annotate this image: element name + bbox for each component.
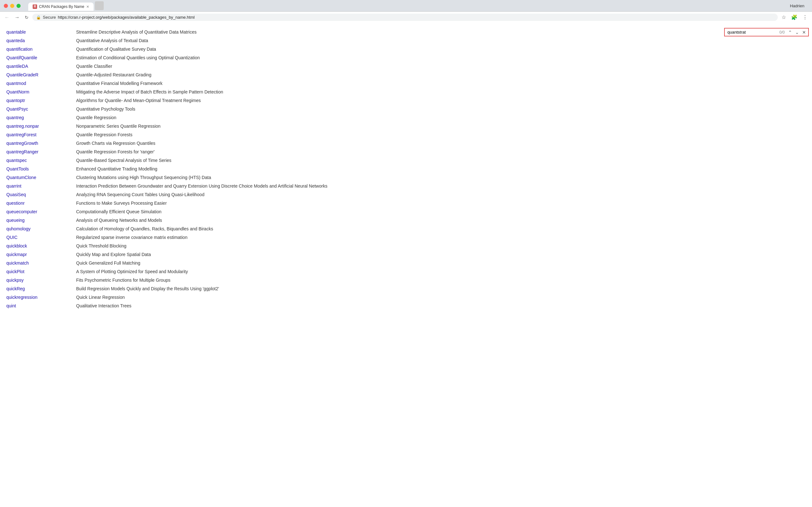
table-row: quantification Quantification of Qualita… [6, 45, 806, 54]
table-row: QuantTools Enhanced Quantitative Trading… [6, 165, 806, 173]
active-tab[interactable]: R CRAN Packages By Name ✕ [28, 3, 94, 11]
package-link[interactable]: QuasiSeq [6, 192, 26, 197]
package-desc: Qualitative Interaction Trees [76, 302, 806, 310]
back-button[interactable]: ← [3, 14, 11, 21]
table-row: quickmapr Quickly Map and Explore Spatia… [6, 250, 806, 259]
package-desc: Nonparametric Series Quantile Regression [76, 122, 806, 130]
package-desc: Quantile Regression Forests for 'ranger' [76, 148, 806, 156]
address-bar[interactable]: 🔒 Secure https://cran.r-project.org/web/… [32, 14, 778, 21]
package-link[interactable]: quantregRanger [6, 149, 38, 154]
package-desc: Streamline Descriptive Analysis of Quant… [76, 28, 806, 37]
package-link[interactable]: QUIC [6, 235, 17, 240]
package-link[interactable]: quantoptr [6, 98, 25, 103]
package-link[interactable]: quhomology [6, 226, 31, 231]
package-link[interactable]: quantregForest [6, 132, 37, 137]
package-link[interactable]: QuantileGradeR [6, 72, 38, 77]
table-row: questionr Functions to Make Surveys Proc… [6, 199, 806, 208]
package-link[interactable]: quickregression [6, 295, 38, 300]
minimize-button[interactable] [10, 4, 14, 8]
r-icon: R [33, 4, 37, 9]
package-desc: Growth Charts via Regression Quantiles [76, 139, 806, 148]
package-desc: Fits Psychometric Functions for Multiple… [76, 276, 806, 285]
package-desc: Quick Linear Regression [76, 293, 806, 302]
package-link[interactable]: QuantPsyc [6, 107, 28, 112]
package-link[interactable]: quanteda [6, 38, 25, 43]
bookmark-icon[interactable]: ☆ [780, 14, 787, 21]
package-link[interactable]: quantreg [6, 115, 24, 120]
package-link[interactable]: quickReg [6, 286, 25, 291]
refresh-button[interactable]: ↻ [23, 14, 30, 20]
package-link[interactable]: quantreg.nonpar [6, 124, 39, 129]
package-desc: Functions to Make Surveys Processing Eas… [76, 199, 806, 208]
package-link[interactable]: QuantifQuantile [6, 55, 37, 60]
package-link[interactable]: queuecomputer [6, 209, 37, 214]
tab-close-button[interactable]: ✕ [86, 5, 89, 9]
lock-icon: 🔒 [36, 15, 41, 20]
maximize-button[interactable] [16, 4, 20, 8]
packages-table: quantable Streamline Descriptive Analysi… [6, 28, 806, 310]
table-row: quarrint Interaction Prediction Between … [6, 182, 806, 190]
tab-title: CRAN Packages By Name [39, 4, 84, 9]
package-link[interactable]: QuantNorm [6, 89, 29, 95]
find-prev-button[interactable]: ⌃ [787, 30, 793, 35]
package-desc: Quantile-Adjusted Restaurant Grading [76, 71, 806, 79]
package-link[interactable]: quickmapr [6, 252, 27, 257]
package-desc: Interaction Prediction Between Groundwat… [76, 182, 806, 190]
package-link[interactable]: quantification [6, 47, 33, 52]
package-desc: Quick Threshold Blocking [76, 242, 806, 250]
package-link[interactable]: quantregGrowth [6, 141, 38, 146]
find-next-button[interactable]: ⌄ [794, 30, 800, 35]
package-link[interactable]: quarrint [6, 183, 21, 188]
package-desc: Quantitative Analysis of Textual Data [76, 37, 806, 45]
table-row: quhomology Calculation of Homology of Qu… [6, 225, 806, 233]
table-row: quickmatch Quick Generalized Full Matchi… [6, 259, 806, 268]
package-desc: Clustering Mutations using High Throughp… [76, 173, 806, 182]
table-row: quantable Streamline Descriptive Analysi… [6, 28, 806, 37]
forward-button[interactable]: → [13, 14, 21, 21]
table-row: quickregression Quick Linear Regression [6, 293, 806, 302]
package-link[interactable]: QuantTools [6, 166, 29, 171]
package-desc: Estimation of Conditional Quantiles usin… [76, 54, 806, 62]
tab-bar: R CRAN Packages By Name ✕ [24, 1, 107, 11]
address-bar-row: ← → ↻ 🔒 Secure https://cran.r-project.or… [0, 11, 812, 23]
package-link[interactable]: quickmatch [6, 261, 29, 266]
package-link[interactable]: quantileDA [6, 64, 28, 69]
table-row: quantreg Quantile Regression [6, 113, 806, 122]
package-link[interactable]: questionr [6, 201, 25, 206]
close-button[interactable] [4, 4, 8, 8]
browser-chrome: R CRAN Packages By Name ✕ Hadrien ← → ↻ … [0, 0, 812, 23]
package-link[interactable]: QuantumClone [6, 175, 36, 180]
find-input[interactable] [726, 29, 777, 35]
table-row: QuantifQuantile Estimation of Conditiona… [6, 54, 806, 62]
new-tab-button[interactable] [95, 1, 104, 10]
content-area: quantable Streamline Descriptive Analysi… [0, 23, 812, 315]
url-display: https://cran.r-project.org/web/packages/… [58, 15, 194, 20]
package-desc: Quantile-Based Spectral Analysis of Time… [76, 156, 806, 165]
package-link[interactable]: quickPlot [6, 269, 24, 274]
package-desc: Analyzing RNA Sequencing Count Tables Us… [76, 190, 806, 199]
find-box: 0/0 ⌃ ⌄ ✕ [724, 28, 809, 37]
package-desc: Quantile Regression [76, 113, 806, 122]
package-desc: Quantitative Financial Modelling Framewo… [76, 79, 806, 88]
package-link[interactable]: quantable [6, 30, 26, 35]
package-link[interactable]: quint [6, 303, 16, 308]
package-link[interactable]: quantspec [6, 158, 27, 163]
table-row: quantregRanger Quantile Regression Fores… [6, 148, 806, 156]
package-link[interactable]: quickblock [6, 243, 27, 248]
table-row: quickpsy Fits Psychometric Functions for… [6, 276, 806, 285]
package-link[interactable]: quickpsy [6, 278, 23, 283]
package-desc: Quantile Regression Forests [76, 130, 806, 139]
extension-icon[interactable]: 🧩 [790, 14, 799, 21]
package-link[interactable]: quantmod [6, 81, 26, 86]
menu-icon[interactable]: ⋮ [801, 14, 809, 21]
title-bar: R CRAN Packages By Name ✕ Hadrien [0, 0, 812, 11]
table-row: QuantumClone Clustering Mutations using … [6, 173, 806, 182]
find-close-button[interactable]: ✕ [801, 30, 807, 35]
package-link[interactable]: queueing [6, 218, 25, 223]
package-desc: Quickly Map and Explore Spatial Data [76, 250, 806, 259]
package-desc: A System of Plotting Optimized for Speed… [76, 268, 806, 276]
package-desc: Quantile Classifier [76, 62, 806, 71]
user-name: Hadrien [790, 3, 808, 8]
package-desc: Computationally Efficient Queue Simulati… [76, 208, 806, 216]
table-row: QUIC Regularized sparse inverse covarian… [6, 233, 806, 242]
